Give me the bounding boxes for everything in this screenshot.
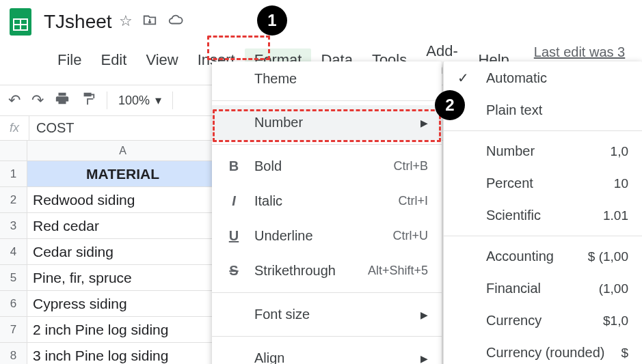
submenu-item-financial[interactable]: Financial (1,00 — [444, 272, 642, 305]
menu-item-bold[interactable]: B Bold Ctrl+B — [212, 149, 442, 184]
number-submenu: ✓ Automatic Plain text Number 1,0 Percen… — [443, 61, 642, 364]
underline-icon: U — [226, 228, 242, 244]
menu-shortcut: Ctrl+I — [398, 194, 428, 208]
menu-item-number[interactable]: Number ▶ — [212, 105, 442, 140]
row-header[interactable]: 5 — [0, 265, 27, 291]
menu-shortcut: Ctrl+U — [392, 229, 428, 243]
menu-item-label: Plain text — [486, 102, 542, 118]
redo-icon[interactable]: ↷ — [31, 92, 44, 109]
menu-item-italic[interactable]: I Italic Ctrl+I — [212, 184, 442, 219]
menu-item-theme[interactable]: Theme — [212, 61, 442, 96]
sample-value: (1,00 — [599, 281, 628, 296]
menu-item-underline[interactable]: U Underline Ctrl+U — [212, 219, 442, 253]
submenu-item-percent[interactable]: Percent 10 — [444, 167, 642, 199]
cell[interactable]: 3 inch Pine log siding — [27, 343, 219, 364]
menu-item-label: Percent — [486, 176, 533, 191]
row-header[interactable]: 1 — [0, 161, 27, 187]
row-header[interactable]: 8 — [0, 343, 27, 364]
paint-format-icon[interactable] — [81, 91, 96, 110]
menu-separator — [444, 236, 642, 236]
move-icon[interactable] — [142, 12, 157, 31]
cell[interactable]: Pine, fir, spruce — [27, 265, 219, 291]
menu-item-label: Font size — [254, 307, 310, 322]
strikethrough-icon: S — [226, 263, 242, 279]
cell[interactable]: Cypress siding — [27, 291, 219, 317]
menu-item-label: Theme — [254, 71, 297, 87]
check-icon: ✓ — [457, 70, 474, 86]
menu-item-fontsize[interactable]: Font size ▶ — [212, 297, 442, 332]
menu-item-strikethrough[interactable]: S Strikethrough Alt+Shift+5 — [212, 253, 442, 288]
print-icon[interactable] — [55, 91, 70, 110]
row-header[interactable]: 4 — [0, 239, 27, 265]
menu-item-label: Accounting — [486, 249, 554, 264]
cell[interactable]: Red cedar — [27, 213, 219, 239]
menu-item-label: Financial — [486, 281, 541, 296]
zoom-dropdown[interactable]: 100% ▾ — [118, 93, 161, 108]
cell[interactable]: 2 inch Pine log siding — [27, 317, 219, 343]
chevron-right-icon: ▶ — [420, 117, 428, 128]
submenu-item-currency-rounded[interactable]: Currency (rounded) $ — [444, 337, 642, 364]
menu-item-label: Underline — [254, 228, 313, 244]
menu-item-align[interactable]: Align ▶ — [212, 341, 442, 364]
row-header[interactable]: 6 — [0, 291, 27, 317]
menu-item-label: Automatic — [486, 70, 547, 86]
chevron-right-icon: ▶ — [420, 309, 428, 320]
submenu-item-number[interactable]: Number 1,0 — [444, 135, 642, 167]
callout-badge-1: 1 — [257, 5, 287, 36]
row-header[interactable]: 7 — [0, 317, 27, 343]
italic-icon: I — [226, 193, 242, 209]
sample-value: $ — [621, 346, 628, 361]
row-header[interactable]: 2 — [0, 187, 27, 213]
toolbar-separator — [107, 92, 107, 109]
menu-item-label: Align — [254, 350, 284, 364]
menu-separator — [212, 100, 442, 101]
chevron-down-icon: ▾ — [155, 93, 161, 108]
sample-value: $ (1,00 — [588, 249, 628, 264]
row-header[interactable]: 3 — [0, 213, 27, 239]
callout-badge-2: 2 — [435, 90, 465, 120]
menu-shortcut: Ctrl+B — [393, 159, 428, 173]
menu-shortcut: Alt+Shift+5 — [368, 264, 428, 278]
sample-value: 1,0 — [611, 144, 628, 159]
select-all-corner[interactable] — [0, 141, 27, 161]
submenu-item-scientific[interactable]: Scientific 1.01 — [444, 199, 642, 232]
chevron-right-icon: ▶ — [420, 353, 428, 364]
sample-value: $1,0 — [603, 313, 628, 328]
menu-item-label: Italic — [254, 193, 282, 209]
menu-item-label: Currency — [486, 313, 541, 328]
sample-value: 10 — [614, 176, 628, 191]
menu-item-label: Bold — [254, 158, 282, 174]
menu-item-label: Currency (rounded) — [486, 345, 604, 361]
toolbar-separator — [172, 92, 173, 109]
cell[interactable]: Cedar siding — [27, 239, 219, 265]
menu-separator — [212, 144, 442, 145]
zoom-value: 100% — [118, 94, 150, 108]
menu-file[interactable]: File — [48, 48, 91, 72]
cell[interactable]: MATERIAL — [27, 161, 219, 187]
bold-icon: B — [226, 158, 242, 174]
submenu-item-automatic[interactable]: ✓ Automatic — [444, 61, 642, 94]
menu-separator — [212, 336, 442, 337]
title-bar: TJsheet ☆ — [0, 0, 642, 40]
star-icon[interactable]: ☆ — [119, 12, 133, 31]
format-menu: Theme Number ▶ B Bold Ctrl+B I Italic Ct… — [212, 61, 442, 364]
menu-separator — [444, 130, 642, 131]
submenu-item-currency[interactable]: Currency $1,0 — [444, 305, 642, 337]
menu-view[interactable]: View — [136, 48, 187, 72]
column-header-a[interactable]: A — [27, 141, 219, 161]
menu-item-label: Strikethrough — [254, 263, 336, 279]
undo-icon[interactable]: ↶ — [8, 92, 21, 109]
menu-separator — [212, 292, 442, 293]
submenu-item-accounting[interactable]: Accounting $ (1,00 — [444, 240, 642, 272]
menu-item-label: Scientific — [486, 208, 541, 223]
cloud-icon[interactable] — [167, 12, 183, 31]
sheets-logo[interactable] — [8, 5, 33, 38]
menu-item-label: Number — [486, 143, 535, 159]
document-title[interactable]: TJsheet — [44, 11, 112, 33]
fx-icon: fx — [0, 117, 29, 139]
submenu-item-plaintext[interactable]: Plain text — [444, 94, 642, 126]
menu-edit[interactable]: Edit — [91, 48, 136, 72]
cell[interactable]: Redwood siding — [27, 187, 219, 213]
menu-item-label: Number — [254, 115, 303, 130]
sample-value: 1.01 — [603, 208, 628, 223]
